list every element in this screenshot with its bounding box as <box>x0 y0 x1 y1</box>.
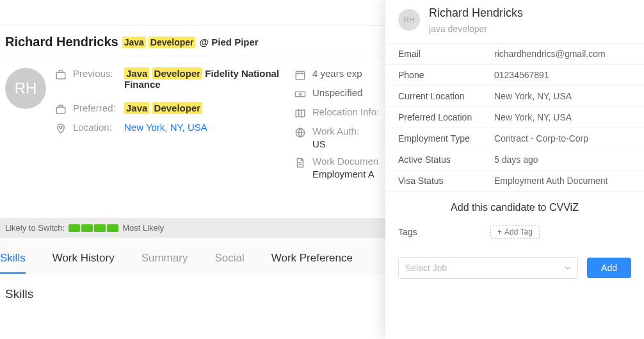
progress-segment <box>81 224 93 232</box>
progress-segment <box>107 224 118 232</box>
side-row-employment-type: Employment Type Contract - Corp-to-Corp <box>385 128 644 149</box>
relocation-label: Relocation Info: <box>312 106 379 117</box>
side-row-current-location: Current Location New York, NY, USA <box>385 86 644 107</box>
switch-prefix: Likely to Switch: <box>5 223 65 233</box>
briefcase-icon <box>55 104 67 115</box>
previous-hl-java: Java <box>124 67 149 79</box>
side-name: Richard Hendricks <box>429 6 523 20</box>
switch-progress <box>68 224 118 232</box>
briefcase-icon <box>55 69 67 81</box>
side-action-row: Select Job Add <box>385 251 644 285</box>
highlight-java: Java <box>122 37 146 48</box>
tab-summary[interactable]: Summary <box>141 247 188 274</box>
side-tags-row: Tags + Add Tag <box>385 221 644 251</box>
switch-suffix: Most Likely <box>122 223 164 233</box>
profile-name: Richard Hendricks <box>5 35 118 49</box>
calendar-icon <box>294 69 306 81</box>
previous-row: Previous: Java Developer Fidelity Nation… <box>55 68 286 90</box>
side-label: Preferred Location <box>398 112 494 122</box>
side-label: Visa Status <box>398 176 494 186</box>
side-role: java developer <box>429 24 523 34</box>
side-label: Employment Type <box>398 133 494 144</box>
add-tag-button[interactable]: + Add Tag <box>490 225 540 239</box>
svg-point-5 <box>300 94 302 95</box>
profile-company: @ Pied Piper <box>199 37 258 47</box>
side-cta-text: Add this candidate to CVViZ <box>385 192 644 221</box>
svg-rect-0 <box>56 72 65 79</box>
select-job-dropdown[interactable]: Select Job <box>398 257 578 279</box>
side-avatar: RH <box>398 9 420 31</box>
svg-rect-1 <box>56 107 65 113</box>
location-value[interactable]: New York, NY, USA <box>124 122 207 133</box>
side-value: Contract - Corp-to-Corp <box>494 133 631 144</box>
side-value: New York, NY, USA <box>494 112 631 122</box>
side-label: Phone <box>398 70 494 80</box>
progress-segment <box>94 224 106 232</box>
side-value: 5 days ago <box>494 154 631 165</box>
tab-social[interactable]: Social <box>214 247 244 274</box>
previous-hl-developer: Developer <box>152 67 203 79</box>
side-row-active-status: Active Status 5 days ago <box>385 149 644 170</box>
plus-icon: + <box>497 227 502 236</box>
side-value: 01234567891 <box>494 70 631 80</box>
info-column-left: Previous: Java Developer Fidelity Nation… <box>55 68 286 179</box>
select-job-placeholder: Select Job <box>405 263 447 273</box>
side-value: richardhendrics@gmail.com <box>494 49 631 59</box>
side-label: Active Status <box>398 154 494 165</box>
document-icon <box>294 157 306 169</box>
money-icon <box>294 88 306 100</box>
preferred-value: Java Developer <box>124 103 202 113</box>
side-header: RH Richard Hendricks java developer <box>385 0 644 43</box>
side-row-email: Email richardhendrics@gmail.com <box>385 44 644 65</box>
workauth-label: Work Auth: <box>312 126 359 136</box>
profile-title-highlight: Java Developer <box>122 37 196 47</box>
side-details: Email richardhendrics@gmail.com Phone 01… <box>385 43 644 192</box>
location-label: Location: <box>73 122 118 133</box>
add-tag-label: Add Tag <box>504 227 533 236</box>
preferred-hl-java: Java <box>124 102 149 114</box>
side-value: New York, NY, USA <box>494 91 631 101</box>
previous-value: Java Developer Fidelity National Finance <box>124 68 286 90</box>
company-name: Pied Piper <box>211 37 258 47</box>
side-label: Current Location <box>398 91 494 101</box>
salary-value: Unspecified <box>312 87 362 98</box>
side-row-preferred-location: Preferred Location New York, NY, USA <box>385 107 644 128</box>
tab-work-history[interactable]: Work History <box>52 247 115 274</box>
side-row-phone: Phone 01234567891 <box>385 65 644 86</box>
svg-rect-4 <box>296 92 305 97</box>
highlight-developer: Developer <box>149 37 196 48</box>
side-panel: RH Richard Hendricks java developer Emai… <box>385 0 644 339</box>
svg-rect-3 <box>296 72 305 79</box>
add-button[interactable]: Add <box>587 258 631 278</box>
location-pin-icon <box>55 123 67 135</box>
svg-point-2 <box>60 126 62 129</box>
preferred-row: Preferred: Java Developer <box>55 103 286 115</box>
side-row-visa-status: Visa Status Employment Auth Document <box>385 170 644 192</box>
at-prefix: @ <box>199 37 209 47</box>
experience-value: 4 years exp <box>312 68 362 79</box>
location-row: Location: New York, NY, USA <box>55 122 286 135</box>
chevron-down-icon <box>565 265 571 271</box>
workdoc-label: Work Documen <box>312 156 378 167</box>
side-value: Employment Auth Document <box>494 176 631 186</box>
preferred-hl-developer: Developer <box>152 102 203 114</box>
map-icon <box>294 108 306 119</box>
previous-label: Previous: <box>73 68 118 79</box>
tab-skills[interactable]: Skills <box>0 247 26 274</box>
preferred-label: Preferred: <box>73 103 118 113</box>
progress-segment <box>68 224 80 232</box>
side-tags-label: Tags <box>398 227 481 237</box>
tab-work-preference[interactable]: Work Preference <box>271 247 353 274</box>
globe-icon <box>294 127 306 138</box>
avatar: RH <box>5 68 46 109</box>
side-label: Email <box>398 49 494 59</box>
